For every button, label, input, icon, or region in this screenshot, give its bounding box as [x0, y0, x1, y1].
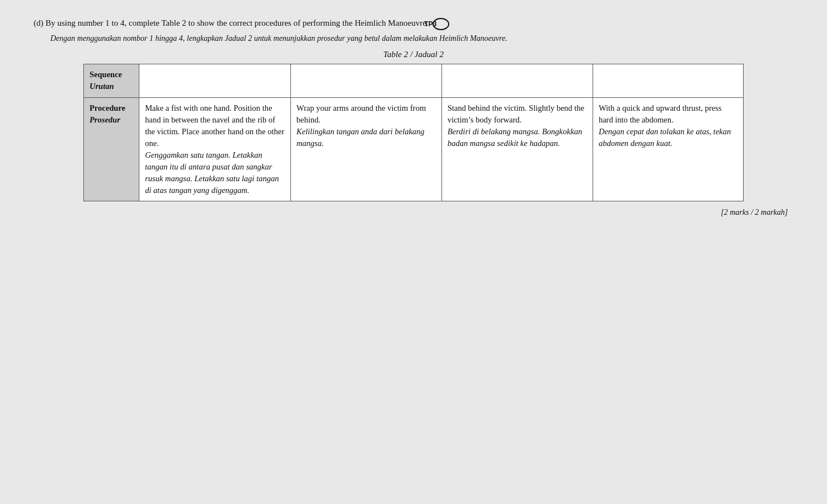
proc-col5-my: Dengan cepat dan tolakan ke atas, tekan … [599, 127, 731, 148]
header-col3 [290, 64, 441, 97]
header-col5 [593, 64, 743, 97]
proc-col2-en: Make a fist with one hand. Position the … [145, 103, 284, 148]
header-col2 [139, 64, 291, 97]
procedure-row: Procedure Prosedur Make a fist with one … [84, 97, 744, 201]
proc-col3-my: Kelilingkan tangan anda dari belakang ma… [297, 127, 425, 148]
sequence-label-en: Sequence [90, 70, 122, 79]
proc-col4-my: Berdiri di belakang mangsa. Bongkokkan b… [448, 127, 582, 148]
procedure-label-cell: Procedure Prosedur [84, 97, 139, 201]
table-header-row: Sequence Urutan [84, 64, 744, 97]
sequence-label-my: Urutan [90, 82, 114, 91]
tp3-badge: TP3 [433, 18, 449, 30]
procedure-col5: With a quick and upward thrust, press ha… [593, 97, 743, 201]
sequence-header-cell: Sequence Urutan [84, 64, 139, 97]
procedure-col2: Make a fist with one hand. Position the … [139, 97, 291, 201]
procedure-col3: Wrap your arms around the victim from be… [290, 97, 441, 201]
table-title: Table 2 / Jadual 2 [34, 50, 793, 59]
procedure-col4: Stand behind the victim. Slightly bend t… [441, 97, 593, 201]
question-label: (d) [34, 18, 44, 27]
proc-col4-en: Stand behind the victim. Slightly bend t… [448, 103, 584, 124]
main-table: Sequence Urutan Procedure Prosedur Make … [83, 64, 744, 201]
proc-col5-en: With a quick and upward thrust, press ha… [599, 103, 722, 124]
procedure-label-en: Procedure [90, 103, 125, 112]
page-container: (d) By using number 1 to 4, complete Tab… [0, 0, 827, 504]
proc-col3-en: Wrap your arms around the victim from be… [297, 103, 426, 124]
proc-col2-my: Genggamkan satu tangan. Letakkan tangan … [145, 150, 279, 195]
marks-text: [2 marks / 2 markah] [34, 208, 793, 217]
procedure-label-my: Prosedur [90, 115, 120, 124]
question-en: By using number 1 to 4, complete Table 2… [45, 18, 449, 27]
question-malay: Dengan menggunakan nombor 1 hingga 4, le… [34, 32, 649, 44]
question-text: (d) By using number 1 to 4, complete Tab… [34, 17, 705, 30]
header-col4 [441, 64, 593, 97]
